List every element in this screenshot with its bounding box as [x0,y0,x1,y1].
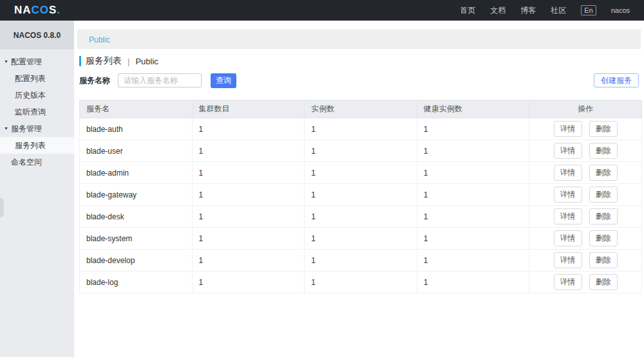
col-header-service-name: 服务名 [80,100,193,118]
navbar-links: 首页 文档 博客 社区 En nacos [460,5,630,16]
cell-healthy-count: 1 [417,140,529,162]
cell-service-name: blade-admin [80,162,193,184]
cell-cluster-count: 1 [192,250,305,271]
col-header-instance-count: 实例数 [305,100,417,118]
language-toggle[interactable]: En [581,5,596,15]
cell-actions: 详情 删除 [529,162,642,184]
table-header-row: 服务名 集群数目 实例数 健康实例数 操作 [80,100,642,118]
cell-healthy-count: 1 [417,162,529,184]
sidebar-item-config-list[interactable]: 配置列表 [0,70,74,87]
cell-instance-count: 1 [305,206,417,228]
sidebar-item-listener-query[interactable]: 监听查询 [0,104,74,120]
cell-service-name: blade-gateway [80,184,193,206]
table-row: blade-user 1 1 1 详情 删除 [80,140,642,162]
delete-button[interactable]: 删除 [589,165,618,181]
sidebar-item-config-management[interactable]: ▼ 配置管理 [0,53,74,70]
cell-instance-count: 1 [305,162,417,184]
sidebar-version-title: NACOS 0.8.0 [0,21,74,50]
logo-text: NA [14,4,32,16]
cell-healthy-count: 1 [417,250,529,271]
cell-healthy-count: 1 [417,118,529,140]
top-navbar: NACOS. 首页 文档 博客 社区 En nacos [0,0,644,21]
sidebar-item-service-list[interactable]: 服务列表 [0,137,74,154]
detail-button[interactable]: 详情 [554,143,582,159]
cell-instance-count: 1 [305,184,417,206]
sidebar-collapse-handle[interactable] [0,198,4,217]
detail-button[interactable]: 详情 [554,208,582,224]
delete-button[interactable]: 删除 [589,143,618,159]
sidebar: NACOS 0.8.0 ▼ 配置管理 配置列表 历史版本 监听查询 ▼ 服务管理… [0,21,74,357]
table-row: blade-admin 1 1 1 详情 删除 [80,162,642,184]
nacos-logo[interactable]: NACOS. [14,4,61,17]
page-title-row: 服务列表 | Public [79,55,644,68]
title-namespace: Public [135,57,158,66]
cell-cluster-count: 1 [192,184,305,206]
cell-instance-count: 1 [305,250,417,271]
delete-button[interactable]: 删除 [589,252,618,268]
nav-link-community[interactable]: 社区 [551,5,566,16]
service-name-label: 服务名称 [79,75,110,86]
delete-button[interactable]: 删除 [589,274,618,290]
cell-healthy-count: 1 [417,184,529,206]
col-header-healthy-count: 健康实例数 [417,100,529,118]
table-row: blade-system 1 1 1 详情 删除 [80,228,642,250]
cell-cluster-count: 1 [192,162,305,184]
detail-button[interactable]: 详情 [554,230,582,246]
cell-actions: 详情 删除 [529,250,642,271]
col-header-cluster-count: 集群数目 [192,100,305,118]
table-row: blade-gateway 1 1 1 详情 删除 [80,184,642,206]
sidebar-item-label: 服务管理 [11,124,42,133]
caret-down-icon: ▼ [4,120,8,137]
caret-down-icon: ▼ [4,53,8,70]
cell-service-name: blade-desk [80,206,193,228]
table-row: blade-log 1 1 1 详情 删除 [80,271,642,293]
table-row: blade-develop 1 1 1 详情 删除 [80,250,642,271]
nav-link-blog[interactable]: 博客 [520,5,536,16]
nav-link-docs[interactable]: 文档 [490,5,506,16]
cell-service-name: blade-system [80,228,193,250]
sidebar-item-label: 监听查询 [15,107,46,116]
sidebar-item-label: 配置列表 [15,74,46,83]
title-separator: | [128,57,129,66]
col-header-actions: 操作 [529,100,642,118]
sidebar-item-namespace[interactable]: 命名空间 [0,154,74,170]
search-form: 服务名称 查询 创建服务 [79,73,639,88]
nav-link-home[interactable]: 首页 [460,5,475,16]
delete-button[interactable]: 删除 [589,230,618,246]
service-table-wrapper: 服务名 集群数目 实例数 健康实例数 操作 blade-auth 1 1 1 详… [79,100,642,293]
delete-button[interactable]: 删除 [589,208,618,224]
delete-button[interactable]: 删除 [589,187,618,203]
cell-actions: 详情 删除 [529,271,642,293]
detail-button[interactable]: 详情 [554,165,582,181]
cell-cluster-count: 1 [192,228,305,250]
cell-actions: 详情 删除 [529,118,642,140]
sidebar-item-label: 配置管理 [11,57,42,66]
create-service-button[interactable]: 创建服务 [594,73,639,87]
cell-healthy-count: 1 [417,271,529,293]
main-content: Public 服务列表 | Public 服务名称 查询 创建服务 服务名 集群… [74,21,644,357]
cell-instance-count: 1 [305,271,417,293]
detail-button[interactable]: 详情 [554,274,582,290]
cell-service-name: blade-develop [80,250,193,271]
detail-button[interactable]: 详情 [554,252,582,268]
delete-button[interactable]: 删除 [589,121,618,137]
detail-button[interactable]: 详情 [554,187,582,203]
cell-service-name: blade-auth [80,118,193,140]
namespace-tab-public[interactable]: Public [89,35,110,44]
detail-button[interactable]: 详情 [554,121,582,137]
sidebar-item-label: 命名空间 [11,158,42,167]
username-link[interactable]: nacos [611,6,630,14]
cell-cluster-count: 1 [192,118,305,140]
cell-actions: 详情 删除 [529,228,642,250]
sidebar-item-service-management[interactable]: ▼ 服务管理 [0,120,74,137]
sidebar-item-history[interactable]: 历史版本 [0,87,74,104]
sidebar-menu: ▼ 配置管理 配置列表 历史版本 监听查询 ▼ 服务管理 服务列表 命名空间 [0,50,74,170]
service-name-input[interactable] [118,73,202,87]
sidebar-item-label: 服务列表 [15,141,46,150]
title-accent-bar [79,56,81,66]
cell-healthy-count: 1 [417,228,529,250]
page-title: 服务列表 [86,55,122,67]
query-button[interactable]: 查询 [211,73,236,88]
cell-instance-count: 1 [305,118,417,140]
namespace-bar: Public [77,30,641,49]
